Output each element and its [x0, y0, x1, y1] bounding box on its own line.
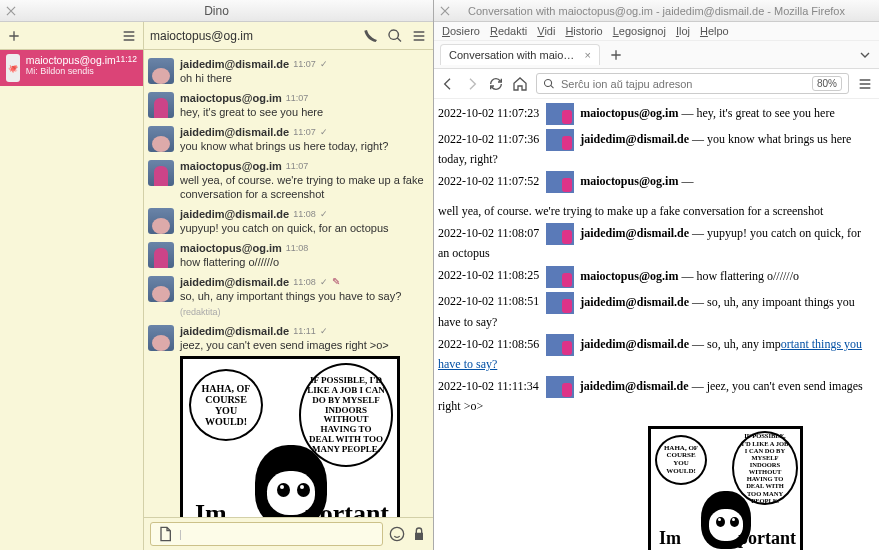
window-titlebar: Conversation with maioctopus@og.im - jai… — [434, 0, 879, 22]
avatar — [546, 266, 574, 288]
tabs-overflow-icon[interactable] — [857, 47, 873, 63]
chat-time: 11:12 — [116, 54, 137, 66]
sender-name: jaidedim@dismail.de — [180, 58, 289, 70]
menu-icon[interactable] — [411, 28, 427, 44]
forward-icon[interactable] — [464, 76, 480, 92]
message-text: hey, it's great to see you here — [180, 105, 427, 120]
message-text: how flattering o//////o — [180, 255, 427, 270]
menu-item[interactable]: Historio — [565, 25, 602, 37]
timestamp: 2022-10-02 11:08:07 — [438, 226, 539, 240]
chat-list-item[interactable]: 🐙 maioctopus@og.im11:12 Mi: Bildon sendi… — [0, 50, 143, 86]
dino-window: Dino maioctopus@og.im 🐙 maioctopus@og.im… — [0, 0, 434, 550]
image-text: portant — [738, 528, 796, 549]
avatar — [546, 171, 574, 193]
message: jaidedim@dismail.de11:07✓you know what b… — [148, 126, 427, 154]
zoom-level[interactable]: 80% — [812, 76, 842, 91]
sender-name: jaidedim@dismail.de — [180, 276, 289, 288]
window-title: Conversation with maioctopus@og.im - jai… — [468, 5, 845, 17]
window-close-icon[interactable] — [4, 4, 18, 18]
check-icon: ✓ — [320, 209, 328, 219]
tab-close-icon[interactable]: × — [585, 49, 591, 61]
message: jaidedim@dismail.de11:08✓✎so, uh, any im… — [148, 276, 427, 319]
message-text: well yea, of course. we're trying to mak… — [180, 173, 427, 203]
log-entry: 2022-10-02 11:08:25 maioctopus@og.im — h… — [438, 266, 871, 288]
url-bar[interactable]: 80% — [536, 73, 849, 94]
sender-name: maioctopus@og.im — [180, 242, 282, 254]
window-title: Dino — [204, 4, 229, 18]
timestamp: 2022-10-02 11:11:34 — [438, 379, 539, 393]
sender-name: maioctopus@og.im — [580, 174, 678, 188]
message-text: oh hi there — [180, 71, 427, 86]
chat-name: maioctopus@og.im — [26, 54, 116, 66]
back-icon[interactable] — [440, 76, 456, 92]
tab-label: Conversation with maioctopus — [449, 49, 579, 61]
avatar — [148, 126, 174, 152]
reload-icon[interactable] — [488, 76, 504, 92]
message: jaidedim@dismail.de11:08✓yupyup! you cat… — [148, 208, 427, 236]
message-text: — — [681, 174, 693, 188]
log-entry: 2022-10-02 11:08:56 jaidedim@dismail.de … — [438, 334, 871, 372]
hamburger-icon[interactable] — [121, 28, 137, 44]
avatar — [546, 223, 574, 245]
sender-name: jaidedim@dismail.de — [180, 208, 289, 220]
call-icon[interactable] — [363, 28, 379, 44]
message-input[interactable] — [188, 528, 376, 540]
image-text: Im — [659, 528, 681, 549]
sender-name: jaidedim@dismail.de — [580, 132, 689, 146]
menu-item[interactable]: Legosignoj — [613, 25, 666, 37]
window-close-icon[interactable] — [438, 4, 452, 18]
timestamp: 2022-10-02 11:08:25 — [438, 268, 539, 282]
avatar — [546, 292, 574, 314]
menu-item[interactable]: Vidi — [537, 25, 555, 37]
attach-icon[interactable] — [157, 526, 173, 542]
sender-name: jaidedim@dismail.de — [580, 379, 689, 393]
firefox-window: Conversation with maioctopus@og.im - jai… — [434, 0, 879, 550]
search-icon[interactable] — [387, 28, 403, 44]
home-icon[interactable] — [512, 76, 528, 92]
message-time: 11:11 — [293, 326, 316, 336]
avatar: 🐙 — [6, 54, 20, 82]
url-input[interactable] — [561, 78, 806, 90]
avatar — [546, 103, 574, 125]
message-text: jeez, you can't even send images right >… — [180, 338, 427, 353]
message: maioctopus@og.im11:07well yea, of course… — [148, 160, 427, 203]
browser-tab[interactable]: Conversation with maioctopus × — [440, 44, 600, 65]
message-text: yupyup! you catch on quick, for an octop… — [180, 221, 427, 236]
hamburger-icon[interactable] — [857, 76, 873, 92]
page-content[interactable]: 2022-10-02 11:07:23 maioctopus@og.im — h… — [434, 99, 879, 550]
log-entry: 2022-10-02 11:11:34 jaidedim@dismail.de … — [438, 376, 871, 550]
sender-name: jaidedim@dismail.de — [580, 337, 689, 351]
avatar — [148, 160, 174, 186]
avatar — [546, 376, 574, 398]
log-entry: 2022-10-02 11:08:51 jaidedim@dismail.de … — [438, 292, 871, 330]
tab-bar: Conversation with maioctopus × — [434, 41, 879, 69]
timestamp: 2022-10-02 11:08:56 — [438, 337, 539, 351]
timestamp: 2022-10-02 11:07:36 — [438, 132, 539, 146]
chat-preview: Mi: Bildon sendis — [26, 66, 137, 76]
message-list[interactable]: jaidedim@dismail.de11:07✓oh hi theremaio… — [144, 50, 433, 517]
message-time: 11:07 — [293, 127, 316, 137]
menu-item[interactable]: Redakti — [490, 25, 527, 37]
emoji-icon[interactable] — [389, 526, 405, 542]
message-text: — how flattering o//////o — [681, 268, 799, 282]
message-text: — hey, it's great to see you here — [681, 106, 834, 120]
sender-name: maioctopus@og.im — [180, 160, 282, 172]
composer: | — [144, 517, 433, 550]
plus-icon[interactable] — [6, 28, 22, 44]
sender-name: maioctopus@og.im — [580, 106, 678, 120]
menu-item[interactable]: Dosiero — [442, 25, 480, 37]
message-time: 11:08 — [286, 243, 309, 253]
menu-bar: DosieroRedaktiVidiHistorioLegosignojIloj… — [434, 22, 879, 41]
timestamp: 2022-10-02 11:07:23 — [438, 106, 539, 120]
new-tab-icon[interactable] — [608, 47, 624, 63]
avatar — [148, 92, 174, 118]
encryption-icon[interactable] — [411, 526, 427, 542]
message: jaidedim@dismail.de11:11✓jeez, you can't… — [148, 325, 427, 517]
menu-item[interactable]: Helpo — [700, 25, 729, 37]
menu-item[interactable]: Iloj — [676, 25, 690, 37]
avatar — [148, 325, 174, 351]
image-attachment: HAHA, OF COURSE YOU WOULD!IF POSSIBLE, I… — [180, 356, 400, 517]
avatar — [148, 208, 174, 234]
message: jaidedim@dismail.de11:07✓oh hi there — [148, 58, 427, 86]
message-text: you know what brings us here today, righ… — [180, 139, 427, 154]
